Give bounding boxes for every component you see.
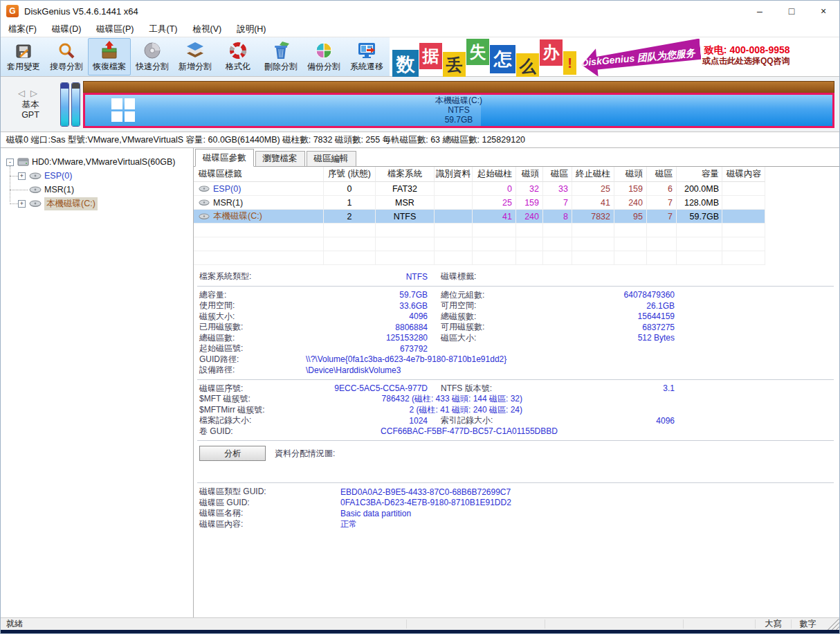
search-partition-button[interactable]: 搜尋分割 [45,38,88,75]
cell-serial: 0 [324,182,376,196]
tree-item-local-disk-c[interactable]: + 本機磁碟(C:) [10,197,193,210]
cell-ident [435,196,473,210]
cell-start-sec: 33 [543,182,572,196]
detail-value: 2 (磁柱: 41 磁頭: 240 磁區: 24) [303,404,522,416]
toolbar-button-label: 快速分割 [136,61,169,73]
banner-tile-char: 失 [470,41,486,63]
partition-label: MSR(1) [213,198,243,208]
tab-partition-parameters[interactable]: 磁碟區參數 [195,149,254,167]
toolbar-buttons: 套用變更 搜尋分割 恢復檔案 快速分割 新增分割 格式化 [1,37,390,76]
disk-header-band [83,81,834,93]
menu-file[interactable]: 檔案(F) [1,21,44,37]
table-row-empty [194,251,839,265]
new-partition-button[interactable]: 新增分割 [174,38,217,75]
caps-lock-indicator: 大寫 [755,619,791,628]
cell-serial: 1 [324,196,376,210]
detail-label: 總容量: [194,289,303,301]
detail-label: $MFTMirr 磁簇號: [194,404,303,416]
quick-partition-button[interactable]: 快速分割 [131,38,174,75]
menu-view[interactable]: 檢視(V) [185,21,229,37]
hard-disk-icon [17,157,29,167]
cell-end-head: 240 [614,196,647,210]
promo-banner[interactable]: 数 据 丢 失 怎 么 办 ! DiskGenius 团队为您服务 致电: 40… [390,37,737,76]
detail-value: 786432 (磁柱: 433 磁頭: 144 磁區: 32) [303,393,522,405]
tree-item-label: ESP(0) [44,171,72,181]
tab-sector-edit[interactable]: 磁區編輯 [307,151,356,166]
cell-end-cyl: 7832 [572,210,614,224]
detail-label: 總位元組數: [441,289,525,301]
delete-partition-button[interactable]: 刪除分割 [259,38,302,75]
cell-start-cyl: 41 [473,210,516,224]
diskgenius-window: G DiskGenius V5.4.6.1441 x64 – □ × 檔案(F)… [0,0,840,634]
detail-label: 磁簇大小: [194,311,303,323]
menu-partition[interactable]: 磁碟區(P) [89,21,141,37]
detail-value: 512 Bytes [525,333,675,343]
banner-tile-char: 据 [423,45,439,67]
detail-label: 總磁區數: [194,332,303,344]
maximize-button[interactable]: □ [776,1,807,21]
format-button[interactable]: 格式化 [217,38,259,75]
detail-label: 磁碟區 GUID: [194,497,340,509]
msr-bar-body [72,89,80,126]
banner-tile: 失 [466,39,489,65]
banner-arrow-text: DiskGenius 团队为您服务 [581,46,702,69]
toolbar-button-label: 恢復檔案 [93,61,126,73]
tree-item-label: 本機磁碟(C:) [44,197,98,210]
next-disk-arrow[interactable]: ▷ [30,88,43,98]
detail-label: 磁碟區序號: [194,383,303,395]
menu-disk[interactable]: 磁碟(D) [44,21,89,37]
tree-item-hd0[interactable]: - HD0:VMware,VMwareVirtualS(60GB) [1,155,193,169]
detail-label: 磁區大小: [441,332,525,344]
analyze-button[interactable]: 分析 [199,446,266,461]
tab-browse-files[interactable]: 瀏覽檔案 [255,151,305,166]
table-row-local-disk-c[interactable]: 本機磁碟(C:) 2 NTFS 41 240 8 7832 95 7 59.7G… [194,210,839,224]
detail-label: 已用磁簇數: [194,321,303,333]
detail-label: 磁碟區內容: [194,518,340,530]
cell-content [722,210,765,224]
prev-disk-arrow[interactable]: ◁ [18,88,30,98]
menu-help[interactable]: 說明(H) [229,21,273,37]
resize-grip[interactable] [824,619,839,630]
msr-partition-bar[interactable] [71,82,80,127]
trash-icon [271,41,291,60]
partition-size: 59.7GB [445,115,473,125]
banner-tile: 数 [392,50,419,79]
detail-value: 125153280 [303,333,428,343]
c-partition-bar[interactable]: 本機磁碟(C:) NTFS 59.7GB [83,93,834,128]
system-migration-button[interactable]: 系統遷移 [345,38,388,75]
banner-tile: 据 [419,43,442,69]
detail-value: Basic data partition [340,509,411,518]
banner-phone: 致电: 400-008-9958 [702,44,790,55]
format-ring-icon [228,41,248,60]
cell-start-cyl: 0 [473,182,516,196]
backup-partition-button[interactable]: 備份分割 [302,38,345,75]
recover-files-button[interactable]: 恢復檔案 [88,38,131,75]
analysis-row: 分析 資料分配情況圖: [199,446,839,461]
menu-tools[interactable]: 工具(T) [142,21,185,37]
close-button[interactable]: × [807,1,839,21]
apply-changes-button[interactable]: 套用變更 [2,38,45,75]
banner-tile: 丢 [443,52,466,78]
esp-partition-bar[interactable] [60,82,69,127]
banner-contact[interactable]: 致电: 400-008-9958 或点击此处选择QQ咨询 [702,44,790,66]
detail-label: 卷 GUID: [194,426,303,437]
window-bottom-edge [1,630,839,633]
col-header: 磁區 [543,167,572,182]
col-header: 檔案系統 [376,167,435,182]
banner-qq-link[interactable]: 或点击此处选择QQ咨询 [702,55,790,66]
disk-nav: ◁▷ 基本 GPT [1,88,60,120]
expand-icon[interactable]: + [18,172,26,180]
col-header: 磁碟內容 [722,167,765,182]
collapse-icon[interactable]: - [6,158,14,166]
monitor-arrow-icon [356,41,377,60]
divider [197,440,834,441]
banner-tile-char: 数 [396,52,415,77]
table-row-msr[interactable]: MSR(1) 1 MSR 25 159 7 41 240 7 128.0MB [194,196,839,210]
detail-value: EBD0A0A2-B9E5-4433-87C0-68B6B72699C7 [340,487,511,497]
table-row-esp[interactable]: ESP(0) 0 FAT32 0 32 33 25 159 6 200.0MB [194,182,839,196]
msr-bar-cap [72,83,80,89]
tree-item-msr[interactable]: MSR(1) [10,183,193,197]
expand-icon[interactable]: + [18,200,26,208]
tree-item-esp[interactable]: + ESP(0) [10,169,193,183]
minimize-button[interactable]: – [744,1,776,21]
